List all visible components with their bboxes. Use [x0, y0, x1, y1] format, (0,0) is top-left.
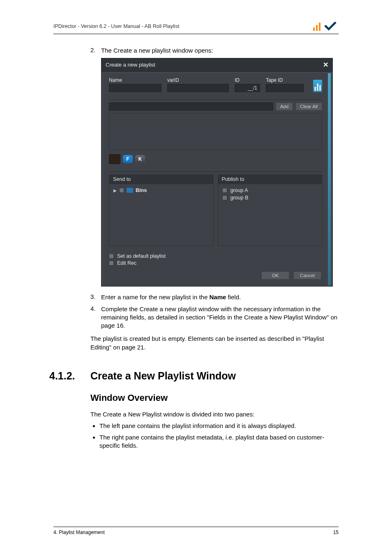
bullet-2: The right pane contains the playlist met… — [99, 433, 339, 450]
section-number: 4.1.2. — [49, 370, 90, 382]
folder-icon — [127, 188, 133, 193]
varid-input[interactable] — [167, 84, 229, 92]
group-b-label: group B — [231, 195, 249, 201]
set-default-checkbox[interactable] — [109, 254, 114, 259]
dialog-screenshot: Create a new playlist ✕ Name varID — [101, 58, 333, 287]
bins-row[interactable]: ▶ Bins — [113, 187, 209, 193]
step2-text: The Create a new playlist window opens: — [101, 46, 339, 55]
id-label: ID — [235, 77, 260, 83]
intro-paragraph: The Create a New Playlist window is divi… — [90, 411, 339, 418]
evs-logo — [313, 21, 339, 31]
name-input[interactable] — [109, 84, 161, 92]
step3-num: 3. — [90, 293, 101, 301]
close-icon[interactable]: ✕ — [323, 61, 328, 69]
send-to-header: Send to — [109, 174, 214, 184]
keyword-area — [109, 113, 322, 150]
group-a-row[interactable]: group A — [222, 187, 318, 193]
bins-checkbox[interactable] — [119, 188, 124, 193]
add-button[interactable]: Add — [276, 102, 293, 111]
expand-icon[interactable]: ▶ — [113, 188, 117, 193]
step3-text: Enter a name for the new playlist in the… — [101, 293, 339, 301]
section-title: Create a New Playlist Window — [90, 370, 236, 382]
edit-rec-row[interactable]: Edit Rec — [109, 260, 322, 266]
cancel-button[interactable]: Cancel — [293, 271, 321, 280]
footer-left: 4. Playlist Management — [53, 530, 105, 535]
checkmark-icon — [324, 21, 337, 32]
keyword-input[interactable] — [109, 102, 273, 111]
group-b-row[interactable]: group B — [222, 195, 318, 201]
group-a-label: group A — [231, 187, 248, 193]
header-text: IPDirector - Version 6.2 - User Manual -… — [53, 23, 179, 29]
bins-label: Bins — [136, 187, 147, 193]
step4-num: 4. — [90, 305, 101, 330]
bullet-1: The left pane contains the playlist info… — [99, 422, 339, 430]
publish-to-header: Publish to — [218, 174, 323, 184]
set-default-label: Set as default playlist — [117, 253, 166, 259]
varid-label: varID — [167, 77, 229, 83]
step2-num: 2. — [90, 46, 101, 55]
dialog-title: Create a new playlist — [106, 62, 155, 68]
k-badge[interactable]: K — [135, 155, 145, 163]
ok-button[interactable]: OK — [261, 271, 289, 280]
expand-panel-icon[interactable] — [313, 80, 322, 92]
group-b-checkbox[interactable] — [222, 195, 227, 200]
color-swatch[interactable] — [109, 154, 120, 164]
after-paragraph: The playlist is created but is empty. El… — [90, 335, 339, 352]
set-default-row[interactable]: Set as default playlist — [109, 253, 322, 259]
footer-right: 15 — [333, 530, 339, 535]
id-input[interactable] — [235, 84, 260, 92]
tapeid-input[interactable] — [266, 84, 304, 92]
edit-rec-checkbox[interactable] — [109, 261, 114, 266]
metadata-pane-strip — [328, 73, 331, 285]
edit-rec-label: Edit Rec — [117, 260, 136, 266]
group-a-checkbox[interactable] — [222, 188, 227, 193]
f-badge[interactable]: F — [123, 155, 133, 163]
step4-text: Complete the Create a new playlist windo… — [101, 305, 339, 330]
tapeid-label: Tape ID — [266, 77, 304, 83]
name-label: Name — [109, 77, 161, 83]
subsection-title: Window Overview — [90, 393, 339, 403]
clear-all-button[interactable]: Clear All — [295, 102, 322, 111]
